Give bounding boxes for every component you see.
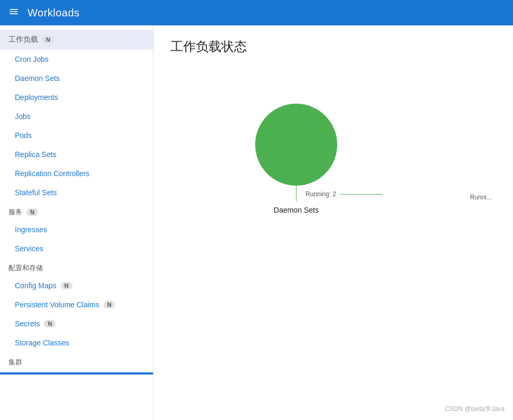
sidebar-item-secrets-badge: N (44, 320, 56, 327)
bubble-container: Daemon Sets Running: 2 Runni... (170, 72, 496, 407)
sidebar-item-config-maps-label: Config Maps (15, 281, 57, 290)
sidebar-item-services[interactable]: Services (0, 239, 153, 258)
sidebar-item-storage-classes-label: Storage Classes (15, 339, 69, 347)
page-title: 工作负载状态 (154, 25, 513, 63)
sidebar-item-stateful-sets[interactable]: Stateful Sets (0, 183, 153, 202)
sidebar-section-config-storage-label: 配置和存储 (8, 263, 43, 273)
sidebar-item-ingresses-label: Ingresses (15, 225, 47, 234)
sidebar-cluster-indicator (0, 372, 153, 375)
sidebar-item-config-maps[interactable]: Config Maps N (0, 276, 153, 295)
sidebar-section-cluster: 集群 (0, 352, 153, 370)
sidebar-section-services-label: 服务 (8, 207, 22, 217)
menu-icon[interactable] (8, 6, 19, 20)
sidebar-item-replication-controllers[interactable]: Replication Controllers (0, 164, 153, 183)
sidebar-item-cron-jobs-label: Cron Jobs (15, 55, 49, 63)
sidebar-item-replication-controllers-label: Replication Controllers (15, 169, 89, 178)
main-content: 工作负载状态 Daemon Sets Running: 2 Runni... (154, 25, 513, 420)
sidebar-item-services-label: Services (15, 244, 43, 253)
sidebar-item-storage-classes[interactable]: Storage Classes (0, 333, 153, 352)
sidebar-item-pods[interactable]: Pods (0, 126, 153, 145)
sidebar-item-replica-sets[interactable]: Replica Sets (0, 145, 153, 164)
daemon-sets-circle (255, 104, 337, 186)
sidebar-item-secrets[interactable]: Secrets N (0, 314, 153, 333)
watermark: CSDN @beita学Java (445, 405, 505, 414)
running-label-left: Running: 2 (305, 190, 383, 198)
sidebar-item-jobs[interactable]: Jobs (0, 107, 153, 126)
sidebar-item-daemon-sets-label: Daemon Sets (15, 74, 60, 83)
app-title: Workloads (28, 7, 80, 19)
sidebar: 工作负载 N Cron Jobs Daemon Sets Deployments… (0, 25, 154, 420)
sidebar-item-cron-jobs[interactable]: Cron Jobs (0, 50, 153, 69)
sidebar-item-daemon-sets[interactable]: Daemon Sets (0, 69, 153, 88)
sidebar-section-cluster-label: 集群 (8, 358, 22, 367)
sidebar-section-workloads[interactable]: 工作负载 N (0, 30, 153, 50)
sidebar-item-replica-sets-label: Replica Sets (15, 150, 57, 159)
daemon-sets-label: Daemon Sets (274, 206, 319, 214)
daemon-sets-line (296, 186, 296, 202)
sidebar-section-services: 服务 N (0, 202, 153, 220)
sidebar-section-config-storage: 配置和存储 (0, 258, 153, 276)
sidebar-item-pods-label: Pods (15, 131, 32, 140)
sidebar-item-pvc-badge: N (104, 301, 115, 308)
sidebar-item-pvc[interactable]: Persistent Volume Claims N (0, 295, 153, 314)
sidebar-item-pvc-label: Persistent Volume Claims (15, 300, 100, 309)
sidebar-item-deployments[interactable]: Deployments (0, 88, 153, 107)
topbar: Workloads (0, 0, 513, 25)
layout: 工作负载 N Cron Jobs Daemon Sets Deployments… (0, 25, 513, 420)
sidebar-item-config-maps-badge: N (61, 282, 73, 289)
sidebar-section-workloads-badge: N (42, 36, 54, 43)
sidebar-item-jobs-label: Jobs (15, 112, 31, 121)
sidebar-item-secrets-label: Secrets (15, 319, 40, 328)
sidebar-item-ingresses[interactable]: Ingresses (0, 220, 153, 239)
sidebar-section-services-badge: N (26, 208, 38, 216)
sidebar-item-deployments-label: Deployments (15, 93, 58, 102)
running-label-right: Runni... (470, 194, 496, 201)
sidebar-section-workloads-label: 工作负载 (8, 35, 38, 44)
sidebar-item-stateful-sets-label: Stateful Sets (15, 188, 57, 197)
chart-area: Daemon Sets Running: 2 Runni... (154, 63, 513, 416)
